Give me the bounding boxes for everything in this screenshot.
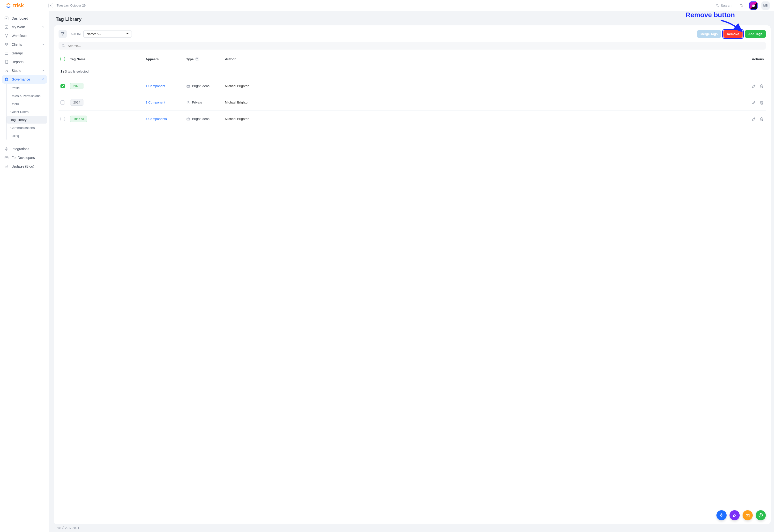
col-author[interactable]: Author — [225, 57, 742, 61]
tag-chip[interactable]: Trish AI — [70, 116, 87, 122]
svg-point-5 — [754, 5, 754, 6]
table-search[interactable] — [59, 42, 766, 50]
nav-workflows[interactable]: Workflows — [2, 31, 47, 40]
current-date: Tuesday, October 29 — [57, 4, 86, 7]
nav-developers[interactable]: For Developers — [2, 153, 47, 162]
garage-icon — [4, 51, 9, 55]
edit-icon[interactable] — [752, 100, 756, 105]
nav-integrations[interactable]: Integrations — [2, 145, 47, 153]
search-icon — [715, 4, 719, 7]
main-panel: Sort by: Name: A-Z Merge Tags Remove Add… — [54, 25, 771, 524]
type-cell: Bright Ideas — [186, 117, 209, 121]
tags-table: Tag Name Appears Type ? Author Actions 1… — [54, 50, 771, 127]
nav-clients[interactable]: Clients — [2, 40, 47, 49]
table-search-input[interactable] — [68, 44, 763, 48]
fab-help[interactable] — [756, 510, 766, 520]
sort-by-label: Sort by: — [71, 32, 81, 36]
question-icon — [758, 513, 763, 518]
row-checkbox[interactable] — [60, 100, 65, 105]
filter-button[interactable] — [59, 30, 67, 38]
add-tags-button[interactable]: Add Tags — [745, 30, 766, 38]
row-checkbox[interactable] — [60, 84, 65, 88]
tag-chip[interactable]: 2023 — [70, 83, 83, 89]
table-row: 20231 ComponentBright IdeasMichael Brigh… — [59, 78, 766, 94]
robot-icon — [751, 3, 756, 8]
my-work-icon — [4, 25, 9, 29]
subnav-users[interactable]: Users — [7, 100, 47, 108]
studio-icon — [4, 68, 9, 73]
chat-icon — [740, 4, 744, 7]
svg-rect-18 — [187, 85, 190, 87]
subnav-communications[interactable]: Communications — [7, 124, 47, 132]
delete-icon[interactable] — [759, 84, 764, 88]
governance-icon — [4, 77, 9, 81]
svg-point-12 — [7, 44, 8, 45]
col-appears[interactable]: Appears — [146, 57, 186, 61]
help-icon[interactable]: ? — [195, 57, 199, 61]
svg-point-10 — [6, 37, 7, 37]
messages-button[interactable] — [736, 0, 747, 11]
subnav-roles[interactable]: Roles & Permissions — [7, 92, 47, 100]
col-type[interactable]: Type ? — [186, 57, 225, 61]
fab-launch[interactable] — [729, 510, 740, 520]
sort-value: Name: A-Z — [87, 32, 102, 36]
subnav-guest-users[interactable]: Guest Users — [7, 108, 47, 116]
svg-point-17 — [62, 44, 64, 46]
dashboard-icon — [4, 16, 9, 21]
delete-icon[interactable] — [759, 117, 764, 121]
search-placeholder: Search — [721, 4, 731, 7]
author-cell: Michael Brighton — [225, 101, 742, 104]
row-checkbox[interactable] — [60, 117, 65, 121]
nav-studio[interactable]: Studio — [2, 66, 47, 75]
clients-icon — [4, 42, 9, 47]
svg-rect-1 — [740, 4, 742, 6]
person-icon — [186, 101, 190, 104]
search-icon — [61, 44, 65, 48]
nav-garage[interactable]: Garage — [2, 49, 47, 58]
subnav-billing[interactable]: Billing — [7, 132, 47, 140]
chevron-down-icon — [42, 25, 45, 29]
sidebar-collapse-button[interactable] — [48, 3, 53, 8]
floating-actions — [716, 510, 766, 520]
svg-rect-3 — [752, 4, 755, 7]
edit-icon[interactable] — [752, 84, 756, 88]
table-header: Tag Name Appears Type ? Author Actions — [59, 52, 766, 65]
nav-reports[interactable]: Reports — [2, 58, 47, 66]
appears-link[interactable]: 1 Component — [146, 101, 165, 104]
workflows-icon — [4, 34, 9, 38]
tag-chip[interactable]: 2024 — [70, 99, 83, 106]
author-cell: Michael Brighton — [225, 117, 742, 121]
delete-icon[interactable] — [759, 100, 764, 105]
briefcase-icon — [186, 84, 190, 88]
appears-link[interactable]: 1 Component — [146, 84, 165, 88]
subnav-profile[interactable]: Profile — [7, 84, 47, 92]
ai-assistant-button[interactable] — [749, 1, 758, 10]
nav-governance[interactable]: Governance — [2, 75, 47, 84]
logo-text: trisk — [13, 2, 24, 9]
fab-archive[interactable] — [743, 510, 753, 520]
subnav-tag-library[interactable]: Tag Library — [7, 116, 47, 124]
nav-dashboard[interactable]: Dashboard — [2, 14, 47, 23]
content-area: Tag Library Sort by: Name: A-Z Merge Tag… — [49, 11, 774, 532]
footer-copyright: Trisk © 2017-2024 — [49, 524, 774, 532]
sort-select[interactable]: Name: A-Z — [83, 30, 132, 38]
logo[interactable]: trisk — [0, 2, 48, 9]
rocket-icon — [732, 513, 737, 518]
topbar: trisk Tuesday, October 29 Search MB — [0, 0, 774, 11]
nav-my-work[interactable]: My Work — [2, 23, 47, 31]
col-tag-name[interactable]: Tag Name — [70, 57, 146, 61]
user-avatar[interactable]: MB — [761, 1, 770, 10]
global-search[interactable]: Search — [711, 0, 736, 11]
table-row: 20241 ComponentPrivateMichael Brighton — [59, 94, 766, 111]
appears-link[interactable]: 4 Components — [146, 117, 167, 121]
bolt-icon — [719, 513, 724, 518]
nav-updates[interactable]: Updates (Blog) — [2, 162, 47, 171]
filter-icon — [60, 32, 65, 36]
merge-tags-button[interactable]: Merge Tags — [697, 30, 721, 38]
fab-quick-action[interactable] — [716, 510, 727, 520]
remove-button[interactable]: Remove — [723, 30, 743, 38]
reports-icon — [4, 60, 9, 64]
select-all-checkbox[interactable] — [60, 57, 65, 61]
svg-point-0 — [716, 4, 718, 6]
edit-icon[interactable] — [752, 117, 756, 121]
